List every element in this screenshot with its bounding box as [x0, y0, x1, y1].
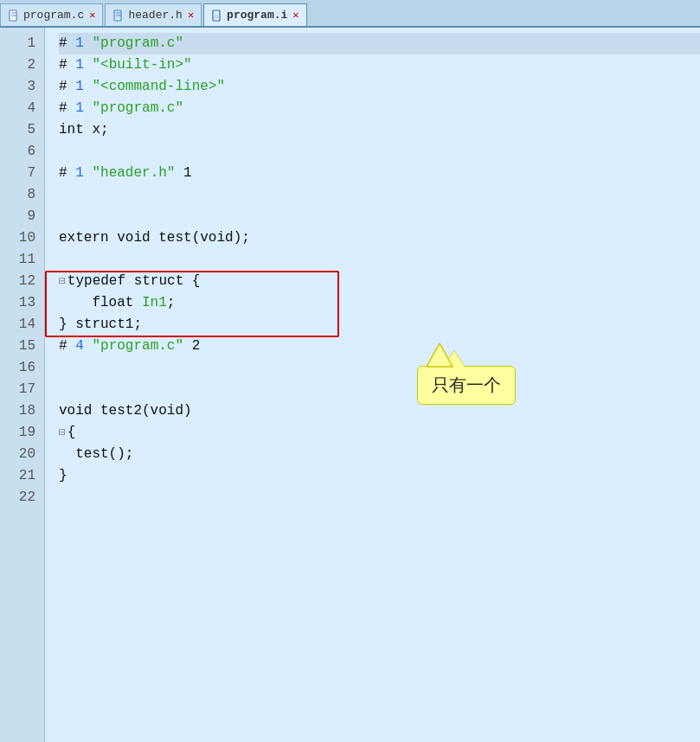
token — [84, 33, 93, 54]
token: In1 — [142, 292, 167, 314]
token — [84, 76, 93, 98]
token: # — [59, 33, 75, 54]
line-num-22: 22 — [0, 487, 44, 509]
token: void test2(void) — [59, 400, 192, 422]
code-line-18: void test2(void) — [59, 400, 700, 422]
code-line-12: ⊟typedef struct { — [59, 271, 700, 292]
annotation-arrow — [427, 343, 478, 368]
code-line-3: # 1 "<command-line>" — [59, 76, 700, 98]
line-num-2: 2 — [0, 54, 44, 76]
token: 1 — [75, 54, 84, 76]
line-num-12: 12 — [0, 271, 44, 292]
editor: 1 2 3 4 5 6 7 8 9 10 11 12 13 14 15 16 1… — [0, 28, 700, 742]
line-num-16: 16 — [0, 357, 44, 379]
line-num-14: 14 — [0, 314, 44, 336]
token: "<built-in>" — [92, 54, 191, 76]
line-numbers: 1 2 3 4 5 6 7 8 9 10 11 12 13 14 15 16 1… — [0, 28, 45, 742]
code-line-7: # 1 "header.h" 1 — [59, 163, 700, 184]
code-line-13: float In1; — [59, 292, 700, 314]
token: 1 — [75, 163, 84, 184]
token — [84, 163, 93, 184]
code-line-6 — [59, 141, 700, 163]
line-num-11: 11 — [0, 249, 44, 271]
line-num-13: 13 — [0, 292, 44, 314]
code-line-21: } — [59, 465, 700, 487]
tab-label-header-h: header.h — [128, 9, 182, 22]
tab-program-i[interactable]: program.i ✕ — [203, 3, 306, 26]
svg-rect-7 — [213, 15, 220, 18]
token: typedef struct { — [67, 271, 201, 292]
code-line-5: int x; — [59, 119, 700, 141]
line-num-19: 19 — [0, 422, 44, 444]
token: float — [59, 292, 142, 314]
code-line-8 — [59, 184, 700, 206]
code-line-19: ⊟{ — [59, 422, 700, 444]
line-num-1: 1 — [0, 33, 44, 54]
token: # — [59, 98, 75, 119]
code-line-14: } struct1; — [59, 314, 700, 336]
tab-header-h[interactable]: header.h ✕ — [105, 3, 202, 26]
token: "<command-line>" — [92, 76, 225, 98]
token: # — [59, 336, 75, 357]
token: "program.c" — [92, 33, 183, 54]
tab-program-c[interactable]: program.c ✕ — [0, 3, 103, 26]
tab-close-header-h[interactable]: ✕ — [188, 9, 194, 22]
file-icon-program-c — [8, 10, 20, 22]
token: 1 — [75, 76, 84, 98]
tab-label-program-i: program.i — [227, 9, 287, 22]
code-line-16 — [59, 357, 700, 379]
annotation-bubble: 只有一个 — [417, 366, 516, 405]
token: 1 — [175, 163, 191, 184]
line-num-10: 10 — [0, 227, 44, 249]
code-line-17 — [59, 379, 700, 400]
token: ; — [167, 292, 176, 314]
token: 1 — [75, 33, 84, 54]
token: } struct1; — [59, 314, 142, 336]
annotation-text: 只有一个 — [432, 375, 501, 394]
line-num-18: 18 — [0, 400, 44, 422]
token: # — [59, 54, 75, 76]
token: # — [59, 76, 75, 98]
line-num-8: 8 — [0, 184, 44, 206]
fold-icon-12[interactable]: ⊟ — [59, 271, 66, 292]
line-num-9: 9 — [0, 206, 44, 227]
token: "program.c" — [92, 336, 183, 357]
token — [84, 54, 93, 76]
code-line-15: # 4 "program.c" 2 — [59, 336, 700, 357]
svg-marker-8 — [427, 343, 453, 367]
line-num-15: 15 — [0, 336, 44, 357]
token: # — [59, 163, 75, 184]
token: "program.c" — [92, 98, 183, 119]
code-line-22 — [59, 487, 700, 509]
line-num-21: 21 — [0, 465, 44, 487]
file-icon-header-h — [112, 10, 125, 22]
token — [84, 98, 93, 119]
token: extern void test(void); — [59, 227, 250, 249]
tab-close-program-i[interactable]: ✕ — [292, 9, 299, 22]
code-line-11 — [59, 249, 700, 271]
code-area: # 1 "program.c" # 1 "<built-in>" # 1 "<c… — [45, 28, 700, 742]
fold-icon-19[interactable]: ⊟ — [59, 422, 66, 444]
token: { — [67, 422, 76, 444]
tab-label-program-c: program.c — [23, 9, 84, 22]
token: } — [59, 465, 67, 487]
code-line-4: # 1 "program.c" — [59, 98, 700, 119]
code-line-1: # 1 "program.c" — [59, 33, 700, 54]
line-num-6: 6 — [0, 141, 44, 163]
token: "header.h" — [92, 163, 175, 184]
token: int x; — [59, 119, 109, 141]
code-line-20: test(); — [59, 444, 700, 465]
line-num-3: 3 — [0, 76, 44, 98]
code-line-10: extern void test(void); — [59, 227, 700, 249]
file-icon-program-i — [211, 10, 223, 22]
token — [84, 336, 93, 357]
line-num-20: 20 — [0, 444, 44, 465]
line-num-4: 4 — [0, 98, 44, 119]
token: 2 — [183, 336, 200, 357]
line-num-7: 7 — [0, 163, 44, 184]
token: 4 — [75, 336, 84, 357]
code-line-2: # 1 "<built-in>" — [59, 54, 700, 76]
tab-close-program-c[interactable]: ✕ — [89, 9, 95, 22]
token: 1 — [75, 98, 84, 119]
line-num-5: 5 — [0, 119, 44, 141]
